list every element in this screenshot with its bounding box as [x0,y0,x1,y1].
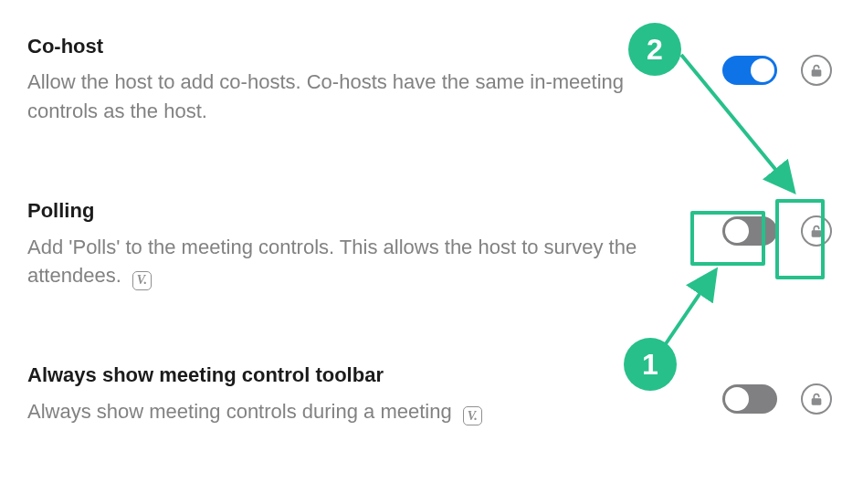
always-show-toolbar-toggle[interactable] [722,384,777,414]
setting-title: Always show meeting control toolbar [27,363,653,387]
modified-badge-icon: V. [132,271,152,290]
setting-description: Allow the host to add co-hosts. Co-hosts… [27,68,648,126]
co-host-lock-button[interactable] [801,55,832,86]
unlock-icon [809,391,824,407]
polling-lock-button[interactable] [801,215,832,247]
always-show-toolbar-lock-button[interactable] [801,383,832,415]
toggle-knob [751,58,774,82]
unlock-icon [809,223,824,239]
setting-description: Add 'Polls' to the meeting controls. Thi… [27,233,648,291]
unlock-icon [809,62,824,79]
modified-badge-icon: V. [463,406,482,425]
polling-toggle[interactable] [722,216,777,246]
toggle-knob [725,219,749,243]
setting-row-polling: Polling Add 'Polls' to the meeting contr… [27,199,836,290]
co-host-toggle[interactable] [722,56,777,85]
setting-title: Polling [27,199,653,223]
setting-description: Always show meeting controls during a me… [27,397,648,426]
svg-rect-1 [812,231,822,237]
setting-row-always-show-toolbar: Always show meeting control toolbar Alwa… [27,363,836,425]
svg-rect-2 [812,399,822,405]
toggle-knob [725,387,749,411]
setting-row-co-host: Co-host Allow the host to add co-hosts. … [27,35,836,126]
setting-title: Co-host [27,35,653,58]
svg-rect-0 [812,69,822,76]
